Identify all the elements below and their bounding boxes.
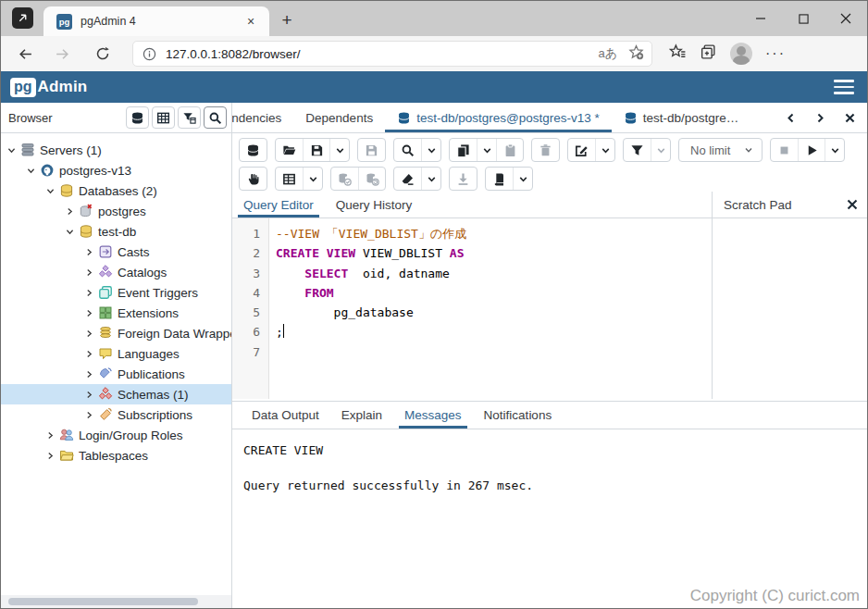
tree-item-foreign-data-wrappers[interactable]: Foreign Data Wrappers — [1, 323, 231, 343]
filtered-rows-button[interactable] — [178, 106, 201, 129]
chevron-collapsed-icon[interactable] — [64, 206, 76, 217]
tree-item-login-group-roles[interactable]: Login/Group Roles — [1, 425, 231, 445]
chevron-collapsed-icon[interactable] — [83, 369, 95, 379]
tree-item-publications[interactable]: Publications — [1, 364, 231, 384]
chevron-collapsed-icon[interactable] — [83, 247, 95, 257]
stop-button[interactable] — [771, 139, 798, 161]
forward-button[interactable] — [49, 41, 75, 67]
delete-button[interactable] — [532, 139, 559, 161]
address-bar[interactable]: 127.0.0.1:8082/browser/ aあ — [132, 41, 652, 67]
explain-button[interactable] — [240, 168, 267, 190]
minimize-button[interactable] — [739, 1, 782, 36]
chevron-down-button[interactable] — [421, 168, 440, 190]
tree-item-event-triggers[interactable]: Event Triggers — [1, 282, 231, 303]
chevron-collapsed-icon[interactable] — [44, 451, 56, 461]
rollback-button[interactable] — [358, 168, 385, 190]
chevron-down-button[interactable] — [825, 139, 844, 161]
chevron-down-button[interactable] — [329, 139, 349, 161]
translate-button[interactable]: aあ — [598, 45, 617, 62]
chevron-down-button[interactable] — [513, 168, 532, 190]
maximize-button[interactable] — [782, 1, 825, 36]
refresh-button[interactable] — [90, 41, 116, 67]
row-limit-select[interactable]: No limit — [678, 138, 763, 162]
scratch-pad-close-icon[interactable] — [847, 199, 858, 210]
chevron-collapsed-icon[interactable] — [83, 308, 95, 318]
sql-code-area[interactable]: --VIEW 「VIEW_DBLIST」の作成CREATE VIEW VIEW_… — [269, 218, 712, 399]
close-button[interactable] — [825, 1, 867, 36]
tree-item-databases-2[interactable]: Databases (2) — [1, 180, 231, 201]
chevron-expanded-icon[interactable] — [6, 145, 18, 155]
panel-tab-dependents[interactable]: Dependents — [293, 103, 385, 132]
collections-icon[interactable] — [700, 44, 717, 65]
panel-tab-test-db-postgres-postgres-v13[interactable]: test-db/postgres@postgres-v13 * — [385, 103, 612, 132]
chevron-collapsed-icon[interactable] — [83, 288, 95, 298]
find-button[interactable] — [394, 139, 421, 161]
chevron-collapsed-icon[interactable] — [83, 349, 95, 359]
browser-tab[interactable]: pg pgAdmin 4 × — [43, 6, 269, 36]
chevron-down-button[interactable] — [421, 139, 440, 161]
panel-close-icon[interactable] — [844, 112, 856, 124]
sidebar-horizontal-scrollbar[interactable] — [1, 595, 231, 608]
chevron-collapsed-icon[interactable] — [83, 390, 95, 400]
output-tab-messages[interactable]: Messages — [393, 402, 473, 429]
chevron-collapsed-icon[interactable] — [83, 267, 95, 278]
explain-analyze-button[interactable] — [276, 168, 303, 190]
copy-button[interactable] — [450, 139, 477, 161]
chevron-down-button[interactable] — [651, 139, 670, 161]
search-objects-button[interactable] — [204, 106, 227, 129]
panel-tab-dependencies[interactable]: Dependencies — [232, 103, 293, 132]
back-button[interactable] — [12, 41, 38, 67]
chevron-collapsed-icon[interactable] — [44, 430, 56, 441]
tree-item-servers-1[interactable]: Servers (1) — [1, 140, 231, 160]
tree-item-catalogs[interactable]: Catalogs — [1, 262, 231, 282]
save-data-button[interactable] — [358, 139, 385, 161]
chevron-expanded-icon[interactable] — [64, 227, 76, 237]
favorites-bar-icon[interactable] — [669, 44, 687, 65]
add-favorite-icon[interactable] — [628, 44, 644, 64]
chevron-collapsed-icon[interactable] — [83, 410, 95, 420]
tab-close-icon[interactable]: × — [242, 14, 260, 29]
hamburger-menu-icon[interactable] — [834, 80, 854, 94]
chevron-down-button[interactable] — [303, 168, 322, 190]
tree-item-test-db[interactable]: test-db — [1, 221, 231, 242]
paste-button[interactable] — [496, 139, 523, 161]
tree-item-languages[interactable]: Languages — [1, 343, 231, 364]
output-tab-data-output[interactable]: Data Output — [241, 402, 330, 429]
settings-menu-icon[interactable]: ··· — [765, 45, 786, 62]
tree-item-tablespaces[interactable]: Tablespaces — [1, 445, 231, 466]
commit-button[interactable] — [331, 168, 358, 190]
chevron-expanded-icon[interactable] — [25, 166, 37, 176]
output-tab-notifications[interactable]: Notifications — [473, 402, 564, 429]
execute-button[interactable] — [798, 139, 825, 161]
tab-scroll-right-icon[interactable] — [814, 112, 826, 124]
url-text[interactable]: 127.0.0.1:8082/browser/ — [166, 47, 598, 61]
query-tool-button[interactable] — [240, 139, 267, 161]
tree-item-extensions[interactable]: Extensions — [1, 303, 231, 323]
tab-scroll-left-icon[interactable] — [785, 112, 797, 124]
query-tool-button[interactable] — [126, 106, 149, 129]
profile-avatar[interactable] — [730, 43, 752, 65]
chevron-collapsed-icon[interactable] — [83, 329, 95, 339]
query-editor[interactable]: 1234567 --VIEW 「VIEW_DBLIST」の作成CREATE VI… — [232, 218, 712, 399]
output-tab-explain[interactable]: Explain — [330, 402, 393, 429]
editor-tab-query-editor[interactable]: Query Editor — [232, 192, 325, 218]
tree-item-subscriptions[interactable]: Subscriptions — [1, 404, 231, 425]
editor-tab-query-history[interactable]: Query History — [325, 192, 424, 218]
clear-button[interactable] — [394, 168, 421, 190]
edit-button[interactable] — [568, 139, 595, 161]
macro-button[interactable] — [486, 168, 513, 190]
save-button[interactable] — [303, 139, 329, 161]
tree-item-postgres-v13[interactable]: postgres-v13 — [1, 160, 231, 180]
scratch-pad-area[interactable] — [712, 218, 867, 399]
new-tab-button[interactable]: + — [275, 8, 299, 32]
tree-item-casts[interactable]: Casts — [1, 242, 231, 262]
site-info-icon[interactable] — [143, 47, 156, 61]
scrollbar-thumb[interactable] — [8, 598, 198, 605]
tree-item-schemas-1[interactable]: Schemas (1) — [1, 384, 231, 404]
chevron-down-button[interactable] — [595, 139, 614, 161]
filter-button[interactable] — [624, 139, 651, 161]
panel-tab-test-db-postgre[interactable]: test-db/postgre… — [612, 103, 751, 132]
chevron-down-button[interactable] — [477, 139, 496, 161]
open-file-button[interactable] — [276, 139, 303, 161]
tree-item-postgres[interactable]: postgres — [1, 201, 231, 221]
